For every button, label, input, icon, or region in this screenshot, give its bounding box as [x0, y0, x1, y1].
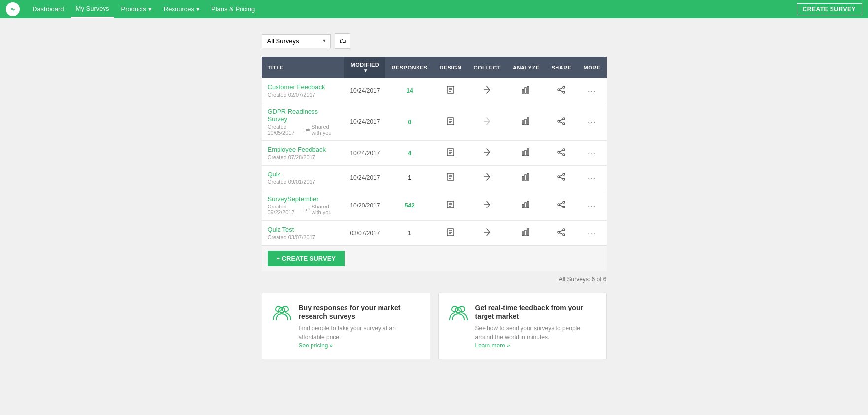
- share-cell[interactable]: [545, 141, 577, 166]
- share-cell[interactable]: [545, 78, 577, 103]
- share-button[interactable]: [555, 199, 568, 211]
- more-button[interactable]: ···: [586, 228, 598, 238]
- nav-plans-pricing[interactable]: Plans & Pricing: [207, 0, 260, 18]
- response-count: 1: [408, 230, 412, 237]
- analyze-button[interactable]: [520, 227, 532, 239]
- design-button[interactable]: [444, 172, 457, 184]
- analyze-cell[interactable]: [507, 141, 545, 166]
- responses-cell[interactable]: 0: [385, 103, 433, 141]
- share-cell[interactable]: [545, 103, 577, 141]
- share-button[interactable]: [555, 147, 568, 159]
- design-cell[interactable]: [433, 190, 467, 221]
- nav-resources[interactable]: Resources ▾: [159, 0, 205, 18]
- survey-title-link[interactable]: Quiz Test: [268, 226, 339, 233]
- svg-point-15: [563, 123, 565, 125]
- survey-title-link[interactable]: Employee Feedback: [268, 146, 339, 153]
- more-cell[interactable]: ···: [578, 166, 607, 190]
- title-cell: GDPR Readiness Survey Created 10/05/2017…: [262, 103, 345, 141]
- collect-button[interactable]: [481, 172, 493, 184]
- survey-title-link[interactable]: Customer Feedback: [268, 83, 339, 91]
- more-button[interactable]: ···: [586, 117, 598, 127]
- create-survey-button[interactable]: + CREATE SURVEY: [268, 251, 345, 266]
- share-cell[interactable]: [545, 190, 577, 221]
- more-button[interactable]: ···: [586, 201, 598, 210]
- survey-created: Created 02/07/2017: [268, 92, 315, 98]
- share-button[interactable]: [555, 84, 568, 97]
- collect-cell[interactable]: [468, 103, 507, 141]
- responses-cell[interactable]: 542: [385, 190, 433, 221]
- share-cell[interactable]: [545, 221, 577, 245]
- more-button[interactable]: ···: [586, 148, 598, 158]
- responses-cell[interactable]: 1: [385, 221, 433, 245]
- share-button[interactable]: [555, 227, 568, 239]
- share-button[interactable]: [555, 172, 568, 184]
- collect-button[interactable]: [481, 199, 493, 211]
- survey-title-link[interactable]: GDPR Readiness Survey: [268, 108, 339, 123]
- analyze-button[interactable]: [520, 116, 532, 128]
- collect-button[interactable]: [481, 227, 493, 239]
- survey-title-link[interactable]: Quiz: [268, 171, 339, 178]
- design-button[interactable]: [444, 147, 457, 159]
- people-icon: [272, 304, 292, 325]
- collect-button[interactable]: [481, 116, 493, 128]
- analyze-cell[interactable]: [507, 166, 545, 190]
- more-cell[interactable]: ···: [578, 103, 607, 141]
- svg-line-53: [560, 230, 563, 232]
- promo-real-time-link[interactable]: Learn more »: [475, 342, 510, 349]
- analyze-button[interactable]: [520, 147, 532, 159]
- responses-cell[interactable]: 1: [385, 166, 433, 190]
- table-row: Quiz Test Created 03/07/2017 03/07/2017 …: [262, 221, 607, 245]
- col-modified[interactable]: MODIFIED ▼: [344, 57, 385, 78]
- analyze-cell[interactable]: [507, 103, 545, 141]
- logo[interactable]: [6, 2, 20, 16]
- more-cell[interactable]: ···: [578, 78, 607, 103]
- analyze-cell[interactable]: [507, 78, 545, 103]
- more-cell[interactable]: ···: [578, 141, 607, 166]
- design-button[interactable]: [444, 84, 457, 97]
- design-button[interactable]: [444, 116, 457, 128]
- nav-dashboard[interactable]: Dashboard: [28, 0, 69, 18]
- svg-rect-22: [527, 149, 529, 156]
- responses-cell[interactable]: 14: [385, 78, 433, 103]
- design-button[interactable]: [444, 199, 457, 211]
- responses-cell[interactable]: 4: [385, 141, 433, 166]
- survey-created: Created 09/22/2017: [268, 204, 301, 215]
- share-button[interactable]: [555, 116, 568, 128]
- collect-cell[interactable]: [468, 166, 507, 190]
- analyze-button[interactable]: [520, 84, 532, 97]
- design-cell[interactable]: [433, 141, 467, 166]
- design-cell[interactable]: [433, 221, 467, 245]
- analyze-cell[interactable]: [507, 190, 545, 221]
- nav-create-survey-button[interactable]: CREATE SURVEY: [797, 3, 862, 15]
- analyze-button[interactable]: [520, 172, 532, 184]
- nav-products[interactable]: Products ▾: [116, 0, 157, 18]
- collect-button[interactable]: [481, 147, 493, 159]
- analyze-cell[interactable]: [507, 221, 545, 245]
- design-cell[interactable]: [433, 103, 467, 141]
- collect-cell[interactable]: [468, 141, 507, 166]
- design-cell[interactable]: [433, 78, 467, 103]
- svg-rect-40: [527, 201, 529, 208]
- nav-my-surveys[interactable]: My Surveys: [71, 0, 114, 18]
- collect-button[interactable]: [481, 84, 493, 97]
- more-button[interactable]: ···: [586, 86, 598, 96]
- survey-meta: Created 07/28/2017: [268, 154, 339, 160]
- promo-card-buy-responses: Buy responses for your market research s…: [262, 293, 430, 359]
- collect-cell[interactable]: [468, 78, 507, 103]
- share-cell[interactable]: [545, 166, 577, 190]
- folder-button[interactable]: 🗂: [335, 33, 350, 49]
- more-cell[interactable]: ···: [578, 221, 607, 245]
- analyze-button[interactable]: [520, 199, 532, 211]
- design-cell[interactable]: [433, 166, 467, 190]
- collect-cell[interactable]: [468, 221, 507, 245]
- more-cell[interactable]: ···: [578, 190, 607, 221]
- more-button[interactable]: ···: [586, 173, 598, 183]
- promo-buy-link[interactable]: See pricing »: [299, 342, 333, 349]
- svg-line-44: [560, 203, 563, 204]
- design-button[interactable]: [444, 227, 457, 239]
- survey-title-link[interactable]: SurveySeptember: [268, 195, 339, 203]
- svg-rect-2: [522, 89, 524, 93]
- collect-cell[interactable]: [468, 190, 507, 221]
- modified-cell: 10/24/2017: [344, 166, 385, 190]
- filter-select[interactable]: All Surveys My Surveys Shared with Me: [262, 34, 331, 48]
